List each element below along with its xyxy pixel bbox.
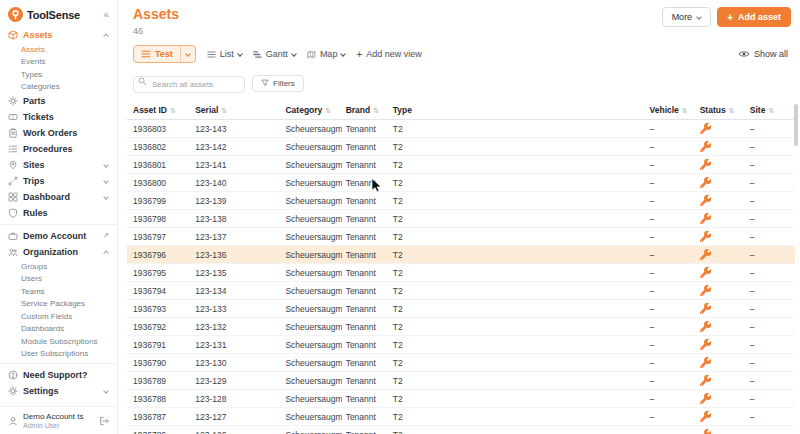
vertical-scrollbar-thumb[interactable]: [794, 104, 798, 146]
sidebar-subitem-assets[interactable]: Assets: [0, 43, 117, 56]
sidebar-item-dashboard[interactable]: Dashboard: [0, 189, 117, 205]
search-input[interactable]: [133, 76, 245, 93]
sidebar-item-organization[interactable]: Organization: [0, 244, 117, 260]
sidebar-item-settings[interactable]: Settings: [0, 383, 117, 399]
wrench-icon: [700, 411, 711, 422]
table-row[interactable]: 1936787123-127ScheuersaugmTenanntT2– –: [127, 408, 795, 426]
add-asset-button[interactable]: + Add asset: [717, 7, 791, 27]
col-site[interactable]: Site⇅: [746, 101, 795, 120]
sidebar-item-demo-account[interactable]: Demo Account ↗: [0, 228, 117, 244]
cell-asset-id: 1936798: [127, 210, 191, 228]
table-row[interactable]: 1936791123-131ScheuersaugmTenanntT2– –: [127, 336, 795, 354]
more-button[interactable]: More: [662, 7, 712, 27]
user-account-row[interactable]: Demo Account ts Admin User: [0, 406, 117, 434]
col-vehicle[interactable]: Vehicle⇅: [646, 101, 696, 120]
sidebar-item-assets[interactable]: Assets: [0, 27, 117, 43]
sidebar-subitem-service-packages[interactable]: Service Packages: [0, 298, 117, 311]
table-row[interactable]: 1936792123-132ScheuersaugmTenanntT2– –: [127, 318, 795, 336]
table-row[interactable]: 1936797123-137ScheuersaugmTenanntT2– –: [127, 228, 795, 246]
cell-asset-id: 1936802: [127, 138, 191, 156]
title-block: Assets 46: [133, 7, 179, 36]
table-row[interactable]: 1936786123-126ScheuersaugmTenanntT2– –: [127, 426, 795, 434]
table-row[interactable]: 1936803123-143ScheuersaugmTenanntT2– –: [127, 120, 795, 138]
cell-brand: Tenannt: [342, 408, 389, 426]
sidebar-subitem-user-subscriptions[interactable]: User Subscriptions: [0, 348, 117, 361]
sidebar-subitem-dashboards[interactable]: Dashboards: [0, 323, 117, 336]
tab-map[interactable]: Map: [307, 49, 346, 59]
table-row[interactable]: 1936802123-142ScheuersaugmTenanntT2– –: [127, 138, 795, 156]
chevron-down-icon: [341, 51, 347, 57]
wrench-icon: [700, 393, 711, 404]
sidebar-item-tickets[interactable]: Tickets: [0, 109, 117, 125]
chevron-down-icon: [291, 51, 297, 57]
sidebar-subitem-custom-fields[interactable]: Custom Fields: [0, 310, 117, 323]
sidebar-subitem-teams[interactable]: Teams: [0, 285, 117, 298]
tab-test-main[interactable]: Test: [134, 46, 180, 62]
cell-site: –: [746, 138, 795, 156]
cell-brand: Tenannt: [342, 192, 389, 210]
table-row[interactable]: 1936798123-138ScheuersaugmTenanntT2– –: [127, 210, 795, 228]
show-all-button[interactable]: Show all: [738, 49, 788, 59]
cell-vehicle: –: [646, 372, 696, 390]
cell-vehicle: –: [646, 354, 696, 372]
cell-category: Scheuersaugm: [281, 228, 341, 246]
sidebar-subitem-groups[interactable]: Groups: [0, 260, 117, 273]
sidebar-item-sites[interactable]: Sites: [0, 157, 117, 173]
sidebar-subitem-module-subscriptions[interactable]: Module Subscriptions: [0, 335, 117, 348]
sidebar-item-need-support[interactable]: Need Support?: [0, 367, 117, 383]
table-row[interactable]: 1936796123-136ScheuersaugmTenanntT2– –: [127, 246, 795, 264]
sidebar-subitem-types[interactable]: Types: [0, 68, 117, 81]
sidebar-item-trips[interactable]: Trips: [0, 173, 117, 189]
tab-test[interactable]: Test: [133, 45, 196, 63]
plus-icon: +: [356, 50, 362, 59]
logout-icon[interactable]: [99, 416, 109, 426]
cell-vehicle: –: [646, 228, 696, 246]
tab-test-dropdown[interactable]: [180, 46, 195, 62]
sidebar-collapse-icon[interactable]: «: [103, 10, 109, 20]
table-row[interactable]: 1936800123-140ScheuersaugmTenanntT2– –: [127, 174, 795, 192]
table-row[interactable]: 1936790123-130ScheuersaugmTenanntT2– –: [127, 354, 795, 372]
cell-category: Scheuersaugm: [281, 120, 341, 138]
col-type[interactable]: Type: [389, 101, 646, 120]
cell-brand: Tenannt: [342, 336, 389, 354]
table-row[interactable]: 1936788123-128ScheuersaugmTenanntT2– –: [127, 390, 795, 408]
table-row[interactable]: 1936795123-135ScheuersaugmTenanntT2– –: [127, 264, 795, 282]
cell-type: T2: [389, 156, 646, 174]
table-row[interactable]: 1936793123-133ScheuersaugmTenanntT2– –: [127, 300, 795, 318]
sidebar-item-procedures[interactable]: Procedures: [0, 141, 117, 157]
cell-vehicle: –: [646, 390, 696, 408]
table-row[interactable]: 1936801123-141ScheuersaugmTenanntT2– –: [127, 156, 795, 174]
header-actions: More + Add asset: [662, 7, 791, 27]
sidebar-item-parts[interactable]: Parts: [0, 93, 117, 109]
col-category[interactable]: Category⇅: [281, 101, 341, 120]
table-row[interactable]: 1936794123-134ScheuersaugmTenanntT2– –: [127, 282, 795, 300]
filters-button[interactable]: Filters: [252, 75, 304, 92]
sidebar-subitem-users[interactable]: Users: [0, 273, 117, 286]
asset-count: 46: [133, 26, 179, 36]
col-label: Brand: [346, 105, 371, 115]
cell-type: T2: [389, 354, 646, 372]
nav-label: Settings: [23, 386, 59, 396]
cell-site: –: [746, 156, 795, 174]
sidebar-subitem-categories[interactable]: Categories: [0, 81, 117, 94]
tab-list[interactable]: List: [207, 49, 242, 59]
cell-site: –: [746, 282, 795, 300]
table-row[interactable]: 1936789123-129ScheuersaugmTenanntT2– –: [127, 372, 795, 390]
sidebar-subitem-events[interactable]: Events: [0, 56, 117, 69]
people-icon: [8, 247, 18, 257]
sidebar-item-work-orders[interactable]: Work Orders: [0, 125, 117, 141]
col-brand[interactable]: Brand⇅: [342, 101, 389, 120]
cell-serial: 123-139: [191, 192, 281, 210]
cell-brand: Tenannt: [342, 210, 389, 228]
cell-asset-id: 1936797: [127, 228, 191, 246]
cell-vehicle: –: [646, 300, 696, 318]
col-status[interactable]: Status⇅: [696, 101, 746, 120]
sidebar-item-rules[interactable]: Rules: [0, 205, 117, 221]
cell-category: Scheuersaugm: [281, 246, 341, 264]
table-row[interactable]: 1936799123-139ScheuersaugmTenanntT2– –: [127, 192, 795, 210]
col-serial[interactable]: Serial⇅: [191, 101, 281, 120]
col-asset-id[interactable]: Asset ID⇅: [127, 101, 191, 120]
tab-gantt[interactable]: Gantt: [253, 49, 296, 59]
cell-type: T2: [389, 282, 646, 300]
add-new-view-button[interactable]: + Add new view: [356, 49, 421, 59]
